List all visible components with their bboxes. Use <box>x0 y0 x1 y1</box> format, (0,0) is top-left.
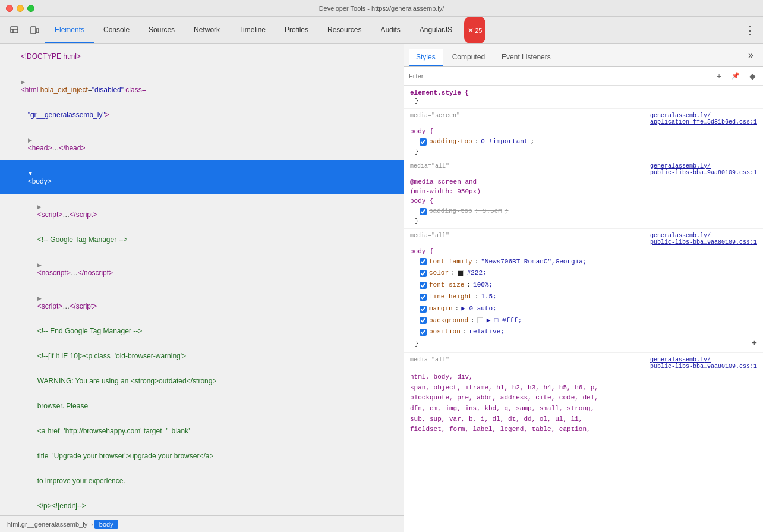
add-style-rule-button[interactable]: + <box>713 70 725 82</box>
css-prop-font-size: font-size: 100%; <box>410 279 757 291</box>
add-property-button[interactable]: + <box>751 338 757 349</box>
tab-profiles[interactable]: Profiles <box>275 17 318 43</box>
html-line-comment-ie10: <!--[if lt IE 10]><p class='old-browser-… <box>0 344 404 369</box>
title-bar: Developer Tools - https://generalassemb.… <box>0 0 763 17</box>
html-line-comment-gtm-end: <!-- End Google Tag Manager --> <box>0 319 404 344</box>
more-options-button[interactable]: ⋮ <box>742 22 758 39</box>
css-prop-color-checkbox[interactable] <box>420 270 427 277</box>
toggle-element-state-button[interactable]: 📌 <box>730 70 742 82</box>
html-line-script1[interactable]: ▶ <script>…</script> <box>0 194 404 227</box>
maximize-button[interactable] <box>27 5 34 12</box>
traffic-lights <box>6 5 34 12</box>
elements-panel[interactable]: <!DOCTYPE html> ▶ <html hola_ext_inject=… <box>0 44 404 532</box>
svg-rect-0 <box>11 27 18 33</box>
html-line-body-selected[interactable]: ▼ <body> <box>0 160 404 194</box>
css-prop-margin-checkbox[interactable] <box>420 306 427 313</box>
html-line-warning1: WARNING: You are using an <strong>outdat… <box>0 369 404 394</box>
tab-styles[interactable]: Styles <box>409 49 443 66</box>
html-line-warning3: to improve your experience. <box>0 468 404 493</box>
color-swatch-222[interactable] <box>458 270 464 276</box>
minimize-button[interactable] <box>17 5 24 12</box>
main-content: <!DOCTYPE html> ▶ <html hola_ext_inject=… <box>0 44 763 532</box>
tab-network[interactable]: Network <box>184 17 229 43</box>
breadcrumb-html[interactable]: html.gr__generalassemb_ly <box>5 520 90 529</box>
css-prop-position: position: relative; <box>410 326 757 338</box>
error-badge[interactable]: ✕ 25 <box>464 17 485 43</box>
svg-rect-3 <box>31 27 36 34</box>
css-source-link-3[interactable]: generalassemb.ly/public-libs-bba…9aa8010… <box>650 232 757 245</box>
css-prop-bg-checkbox[interactable] <box>420 317 427 324</box>
css-rule-all-header: media="all" generalassemb.ly/public-libs… <box>410 163 757 176</box>
css-prop-pos-checkbox[interactable] <box>420 329 427 336</box>
device-toolbar-button[interactable] <box>25 21 44 40</box>
close-button[interactable] <box>6 5 13 12</box>
color-swatch-fff[interactable] <box>477 317 483 323</box>
tab-resources[interactable]: Resources <box>318 17 371 43</box>
html-line-comment-gtm: <!-- Google Tag Manager --> <box>0 227 404 252</box>
styles-panel: Styles Computed Event Listeners » + 📌 ◆ <box>404 44 763 532</box>
html-line-warning4: </p><![endif]--> <box>0 493 404 518</box>
css-rule-element-style: element.style { } <box>404 86 763 109</box>
filter-icons: + 📌 ◆ <box>713 70 758 82</box>
html-line-noscript[interactable]: ▶ <noscript>…</noscript> <box>0 252 404 285</box>
html-line-script2[interactable]: ▶ <script>…</script> <box>0 285 404 319</box>
html-line-html-class: "gr__generalassemb_ly"> <box>0 102 404 127</box>
styles-content[interactable]: element.style { } media="screen" general… <box>404 86 763 532</box>
css-rule-all-selectors: media="all" generalassemb.ly/public-libs… <box>404 353 763 440</box>
tab-console[interactable]: Console <box>94 17 139 43</box>
html-line-warning-link: <a href='http://browsehappy.com' target=… <box>0 418 404 443</box>
tab-sources[interactable]: Sources <box>139 17 184 43</box>
css-prop-checkbox[interactable] <box>420 138 427 146</box>
css-prop-color: color: #222; <box>410 267 757 279</box>
styles-tab-more-button[interactable]: » <box>743 46 758 64</box>
tab-timeline[interactable]: Timeline <box>229 17 275 43</box>
css-rule-screen-header: media="screen" generalassemb.ly/applicat… <box>410 112 757 125</box>
styles-tabs: Styles Computed Event Listeners » <box>404 44 763 67</box>
filter-bar: + 📌 ◆ <box>404 67 763 86</box>
breadcrumb-bar: html.gr__generalassemb_ly › body <box>0 515 404 532</box>
css-prop-lh-checkbox[interactable] <box>420 294 427 301</box>
css-rule-all-body-full: media="all" generalassemb.ly/public-libs… <box>404 229 763 354</box>
css-prop-font-family: font-family: "News706BT-RomanC",Georgia; <box>410 256 757 268</box>
tab-audits[interactable]: Audits <box>371 17 409 43</box>
css-source-link[interactable]: generalassemb.ly/application-ffe…5d81b6e… <box>650 112 757 125</box>
tab-elements[interactable]: Elements <box>45 17 94 43</box>
css-prop-padding-top-0: padding-top: 0 !important; <box>410 136 757 148</box>
css-prop-padding-top-strikethrough: padding-top: 3.5em; <box>410 206 757 218</box>
inspect-element-button[interactable] <box>5 21 24 40</box>
tab-computed[interactable]: Computed <box>445 49 492 66</box>
css-prop-ff-checkbox[interactable] <box>420 258 427 265</box>
svg-rect-4 <box>36 29 39 33</box>
filter-input[interactable] <box>409 73 713 80</box>
tab-event-listeners[interactable]: Event Listeners <box>494 49 558 66</box>
css-prop-background: background: ▶ □ #fff; <box>410 315 757 327</box>
html-line-doctype: <!DOCTYPE html> <box>0 44 404 69</box>
css-prop-margin: margin: ▶ 0 auto; <box>410 303 757 315</box>
css-source-link-2[interactable]: generalassemb.ly/public-libs-bba…9aa8010… <box>650 163 757 176</box>
css-prop-checkbox-2[interactable] <box>420 208 427 215</box>
toolbar: Elements Console Sources Network Timelin… <box>0 17 763 44</box>
color-format-button[interactable]: ◆ <box>746 70 758 82</box>
css-rule-all-media-screen: media="all" generalassemb.ly/public-libs… <box>404 159 763 229</box>
css-prop-fs-checkbox[interactable] <box>420 282 427 289</box>
toolbar-tabs: Elements Console Sources Network Timelin… <box>45 17 485 43</box>
html-line-warning-title: title='Upgrade your browser'>upgrade you… <box>0 443 404 468</box>
css-rule-screen-body: media="screen" generalassemb.ly/applicat… <box>404 109 763 159</box>
css-rule-header: element.style { <box>410 89 757 96</box>
breadcrumb-body[interactable]: body <box>94 520 118 529</box>
css-source-link-4[interactable]: generalassemb.ly/public-libs-bba…9aa8010… <box>650 357 757 370</box>
css-rule-full-header: media="all" generalassemb.ly/public-libs… <box>410 232 757 245</box>
css-rule-selectors-header: media="all" generalassemb.ly/public-libs… <box>410 357 757 370</box>
html-line-warning2: browser. Please <box>0 394 404 418</box>
html-line-html-open[interactable]: ▶ <html hola_ext_inject="disabled" class… <box>0 69 404 102</box>
css-prop-line-height: line-height: 1.5; <box>410 291 757 303</box>
html-line-head[interactable]: ▶ <head>…</head> <box>0 127 404 160</box>
elements-panel-wrapper: <!DOCTYPE html> ▶ <html hola_ext_inject=… <box>0 44 404 532</box>
window-title: Developer Tools - https://generalassemb.… <box>319 5 444 12</box>
tab-angularjs[interactable]: AngularJS <box>410 17 462 43</box>
